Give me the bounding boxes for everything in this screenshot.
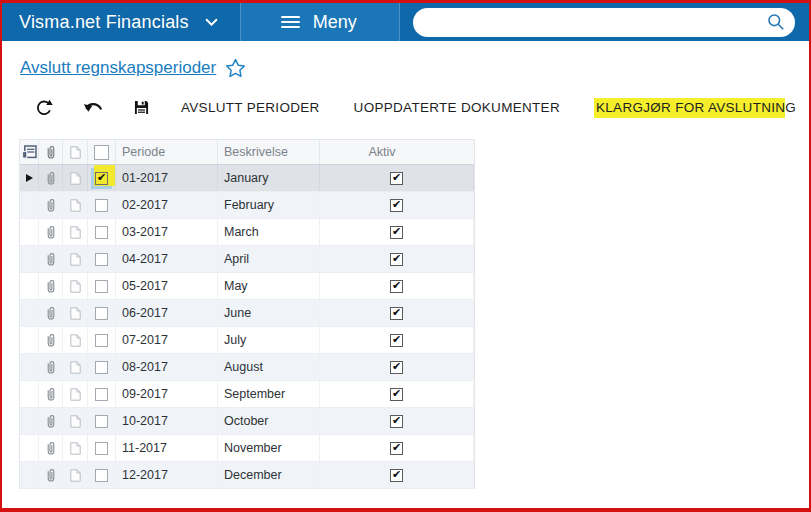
beskrivelse-cell[interactable]: May — [218, 273, 320, 299]
table-row[interactable]: 04-2017 April — [20, 246, 474, 273]
beskrivelse-cell[interactable]: December — [218, 462, 320, 488]
select-all-header-cell[interactable] — [88, 140, 116, 164]
row-attachment-cell[interactable] — [39, 192, 63, 218]
row-select-checkbox[interactable] — [95, 442, 108, 455]
row-note-cell[interactable] — [63, 435, 88, 461]
row-select-cell[interactable] — [88, 273, 116, 299]
beskrivelse-cell[interactable]: November — [218, 435, 320, 461]
grid-settings-header-cell[interactable] — [20, 140, 39, 164]
row-select-cell[interactable] — [88, 435, 116, 461]
aktiv-checkbox[interactable] — [390, 226, 403, 239]
table-row[interactable]: 11-2017 November — [20, 435, 474, 462]
periode-cell[interactable]: 08-2017 — [116, 354, 218, 380]
aktiv-checkbox[interactable] — [390, 334, 403, 347]
periode-cell[interactable]: 02-2017 — [116, 192, 218, 218]
row-select-checkbox[interactable] — [95, 226, 108, 239]
row-note-cell[interactable] — [63, 219, 88, 245]
aktiv-checkbox[interactable] — [390, 199, 403, 212]
row-select-cell[interactable] — [88, 462, 116, 488]
aktiv-checkbox[interactable] — [390, 253, 403, 266]
select-all-checkbox[interactable] — [94, 145, 109, 160]
beskrivelse-cell[interactable]: March — [218, 219, 320, 245]
beskrivelse-cell[interactable]: August — [218, 354, 320, 380]
search-input[interactable] — [427, 15, 767, 30]
row-attachment-cell[interactable] — [39, 300, 63, 326]
periode-cell[interactable]: 07-2017 — [116, 327, 218, 353]
periode-column-header[interactable]: Periode — [116, 140, 218, 164]
page-title-link[interactable]: Avslutt regnskapsperioder — [20, 58, 216, 78]
table-row[interactable]: 03-2017 March — [20, 219, 474, 246]
row-attachment-cell[interactable] — [39, 219, 63, 245]
row-select-cell[interactable] — [88, 246, 116, 272]
aktiv-checkbox[interactable] — [390, 415, 403, 428]
row-note-cell[interactable] — [63, 354, 88, 380]
undo-button[interactable] — [83, 100, 104, 115]
search-icon[interactable] — [767, 13, 785, 31]
beskrivelse-cell[interactable]: January — [218, 165, 320, 191]
beskrivelse-cell[interactable]: September — [218, 381, 320, 407]
row-note-cell[interactable] — [63, 273, 88, 299]
row-note-cell[interactable] — [63, 462, 88, 488]
refresh-button[interactable] — [35, 99, 53, 117]
beskrivelse-cell[interactable]: April — [218, 246, 320, 272]
menu-button[interactable]: Meny — [241, 3, 399, 41]
search-box[interactable] — [413, 8, 795, 37]
aktiv-checkbox[interactable] — [390, 172, 403, 185]
table-row[interactable]: 10-2017 October — [20, 408, 474, 435]
aktiv-checkbox[interactable] — [390, 361, 403, 374]
periode-cell[interactable]: 04-2017 — [116, 246, 218, 272]
row-select-checkbox[interactable] — [95, 334, 108, 347]
row-select-cell[interactable] — [88, 192, 116, 218]
row-select-checkbox[interactable] — [95, 388, 108, 401]
row-note-cell[interactable] — [63, 165, 88, 191]
table-row[interactable]: 01-2017 January — [20, 165, 474, 192]
row-note-cell[interactable] — [63, 327, 88, 353]
row-note-cell[interactable] — [63, 246, 88, 272]
row-select-checkbox[interactable] — [95, 172, 108, 185]
klargjor-for-avslutning-button[interactable]: KLARGJØR FOR AVSLUTNING — [592, 98, 798, 117]
aktiv-checkbox[interactable] — [390, 307, 403, 320]
row-attachment-cell[interactable] — [39, 381, 63, 407]
beskrivelse-cell[interactable]: February — [218, 192, 320, 218]
periode-cell[interactable]: 06-2017 — [116, 300, 218, 326]
row-select-checkbox[interactable] — [95, 307, 108, 320]
table-row[interactable]: 05-2017 May — [20, 273, 474, 300]
row-attachment-cell[interactable] — [39, 327, 63, 353]
favorite-star-icon[interactable] — [225, 58, 246, 78]
beskrivelse-column-header[interactable]: Beskrivelse — [218, 140, 320, 164]
uoppdaterte-dokumenter-button[interactable]: UOPPDATERTE DOKUMENTER — [352, 98, 562, 117]
row-attachment-cell[interactable] — [39, 408, 63, 434]
row-select-cell[interactable] — [88, 408, 116, 434]
table-row[interactable]: 08-2017 August — [20, 354, 474, 381]
beskrivelse-cell[interactable]: June — [218, 300, 320, 326]
table-row[interactable]: 02-2017 February — [20, 192, 474, 219]
beskrivelse-cell[interactable]: July — [218, 327, 320, 353]
row-select-cell[interactable] — [88, 165, 116, 191]
periode-cell[interactable]: 12-2017 — [116, 462, 218, 488]
table-row[interactable]: 12-2017 December — [20, 462, 474, 489]
row-note-cell[interactable] — [63, 381, 88, 407]
beskrivelse-cell[interactable]: October — [218, 408, 320, 434]
row-attachment-cell[interactable] — [39, 165, 63, 191]
row-attachment-cell[interactable] — [39, 273, 63, 299]
avslutt-perioder-button[interactable]: AVSLUTT PERIODER — [179, 98, 322, 117]
periode-cell[interactable]: 05-2017 — [116, 273, 218, 299]
row-select-checkbox[interactable] — [95, 469, 108, 482]
row-attachment-cell[interactable] — [39, 246, 63, 272]
row-select-cell[interactable] — [88, 327, 116, 353]
save-button[interactable] — [134, 100, 149, 115]
periode-cell[interactable]: 03-2017 — [116, 219, 218, 245]
row-select-checkbox[interactable] — [95, 361, 108, 374]
table-row[interactable]: 06-2017 June — [20, 300, 474, 327]
row-select-cell[interactable] — [88, 381, 116, 407]
aktiv-checkbox[interactable] — [390, 388, 403, 401]
row-select-checkbox[interactable] — [95, 199, 108, 212]
row-select-checkbox[interactable] — [95, 280, 108, 293]
row-select-checkbox[interactable] — [95, 415, 108, 428]
row-select-cell[interactable] — [88, 354, 116, 380]
periode-cell[interactable]: 11-2017 — [116, 435, 218, 461]
table-row[interactable]: 09-2017 September — [20, 381, 474, 408]
aktiv-column-header[interactable]: Aktiv — [320, 140, 474, 164]
aktiv-checkbox[interactable] — [390, 280, 403, 293]
aktiv-checkbox[interactable] — [390, 442, 403, 455]
